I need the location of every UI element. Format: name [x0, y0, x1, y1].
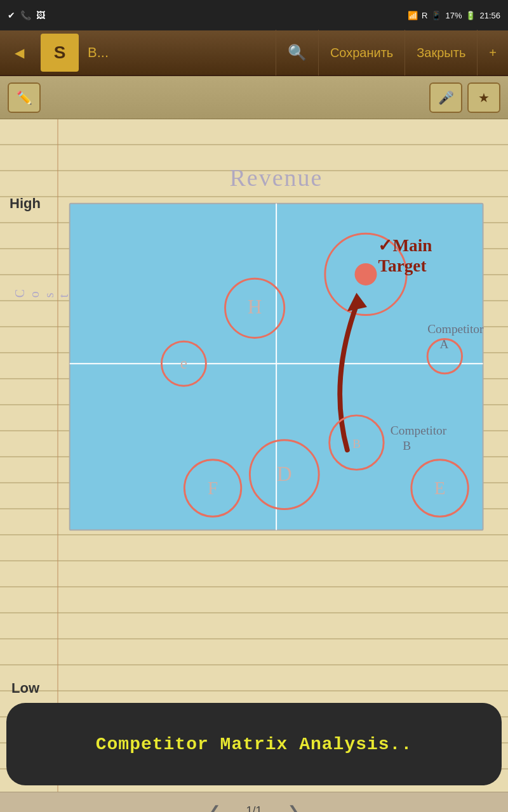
svg-text:Competitor: Competitor	[391, 424, 447, 437]
add-button[interactable]: +	[477, 30, 508, 75]
status-bar: ✔ 📞 🖼 📶 R 📱 17% 🔋 21:56	[0, 0, 508, 30]
svg-text:H: H	[248, 296, 262, 318]
banner-text: Competitor Matrix Analysis..	[96, 735, 412, 754]
svg-point-7	[355, 263, 377, 285]
status-left: ✔ 📞 🖼	[8, 10, 45, 20]
svg-text:F: F	[208, 478, 218, 498]
toolbar: ✏️ 🎤 ★	[0, 76, 508, 119]
status-right: 📶 R 📱 17% 🔋 21:56	[408, 11, 500, 20]
pagination: ❮ 1/1 ❯	[0, 792, 508, 812]
y-axis-low-label: Low	[11, 680, 39, 697]
note-title: В...	[81, 44, 276, 61]
back-button[interactable]: ◀	[0, 30, 38, 75]
svg-text:D: D	[277, 462, 292, 485]
phone-icon: 📞	[20, 10, 31, 20]
search-button[interactable]: 🔍	[276, 30, 318, 75]
y-axis-label: Cost	[13, 284, 71, 298]
star-button[interactable]: ★	[467, 82, 500, 113]
app-logo: S	[41, 34, 79, 72]
svg-text:B: B	[403, 439, 411, 452]
edit-icon: ✏️	[17, 90, 32, 105]
y-axis-high-label: High	[10, 195, 41, 212]
note-area: Revenue High Cost Low High Low H e ✓Main	[0, 119, 508, 792]
chart-wrapper: Revenue High Cost Low High Low H e ✓Main	[57, 157, 495, 716]
page-number: 1/1	[246, 804, 262, 812]
mic-icon: 🎤	[438, 90, 454, 105]
chart-svg: H e ✓Main Target Competitor A D	[64, 192, 495, 547]
battery-icon: 🔋	[465, 11, 476, 20]
back-arrow-icon: ◀	[15, 45, 24, 60]
svg-text:B: B	[352, 437, 361, 450]
prev-page-button[interactable]: ❮	[209, 803, 220, 813]
nav-bar: ◀ S В... 🔍 Сохранить Закрыть +	[0, 30, 508, 76]
svg-text:Competitor: Competitor	[427, 322, 484, 336]
wifi-icon: 📶	[408, 11, 418, 20]
save-button[interactable]: Сохранить	[318, 30, 404, 75]
chart-title: Revenue	[230, 164, 323, 192]
svg-text:Target: Target	[378, 256, 426, 275]
check-icon: ✔	[8, 10, 15, 20]
time-label: 21:56	[479, 11, 500, 20]
plus-icon: +	[489, 46, 497, 60]
mic-button[interactable]: 🎤	[429, 82, 462, 113]
svg-text:E: E	[434, 478, 446, 498]
image-icon: 🖼	[36, 10, 45, 20]
search-icon: 🔍	[288, 44, 307, 62]
signal-icon: 📱	[431, 11, 441, 20]
edit-tool-button[interactable]: ✏️	[8, 82, 41, 113]
next-page-button[interactable]: ❯	[288, 803, 299, 813]
battery-label: 17%	[445, 11, 462, 20]
network-label: R	[422, 11, 427, 20]
svg-text:e: e	[180, 354, 187, 372]
svg-text:✓Main: ✓Main	[378, 236, 432, 255]
close-button[interactable]: Закрыть	[404, 30, 477, 75]
star-icon: ★	[478, 90, 490, 105]
bottom-banner: Competitor Matrix Analysis..	[6, 703, 502, 785]
